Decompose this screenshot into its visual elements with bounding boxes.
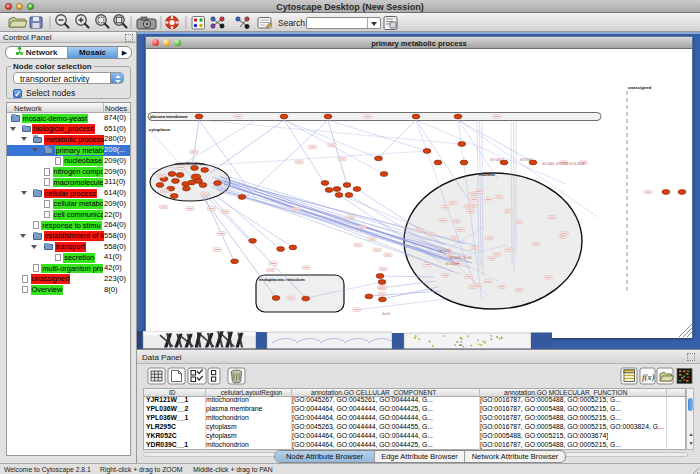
svg-text:unassigned: unassigned xyxy=(628,85,652,90)
svg-text:endoplasmic reticulum: endoplasmic reticulum xyxy=(259,277,305,282)
svg-text:mitochondrion: mitochondrion xyxy=(175,161,205,166)
svg-text:GO:44468: GO:44468 xyxy=(445,262,459,266)
svg-text:plasma membrane: plasma membrane xyxy=(150,114,188,119)
svg-text:GO:0044, GO:45: GO:0044, GO:45 xyxy=(449,256,472,260)
svg-text:GO:4444, GO:0858 GO:4-45-48: GO:4444, GO:0858 GO:4-45-48 xyxy=(542,162,585,166)
svg-text:nucleus: nucleus xyxy=(479,172,495,177)
svg-text:cytoplasm: cytoplasm xyxy=(149,127,170,132)
svg-text:Ga-hk: Ga-hk xyxy=(382,312,391,316)
svg-text:f(x): f(x) xyxy=(642,372,655,382)
svg-text:GO:0509: GO:0509 xyxy=(520,158,533,162)
svg-text:GO:4451: GO:4451 xyxy=(439,249,452,253)
svg-text:GO:04457: GO:04457 xyxy=(490,158,504,162)
